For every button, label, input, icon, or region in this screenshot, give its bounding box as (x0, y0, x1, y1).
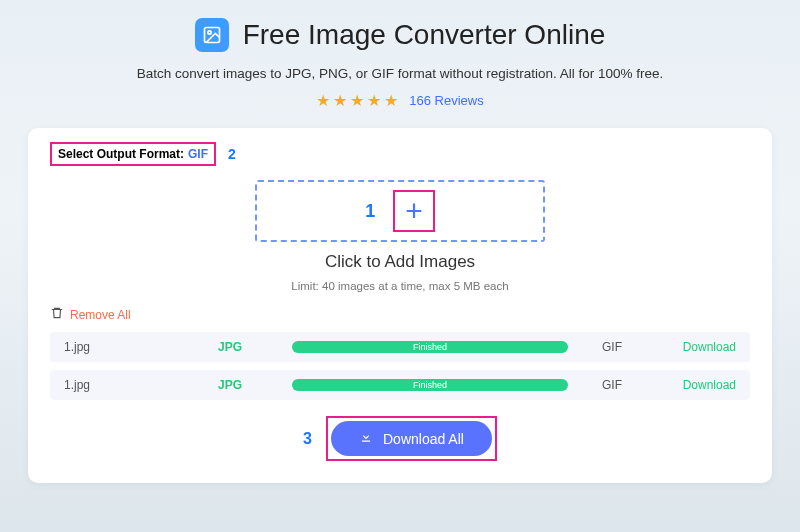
remove-all-label: Remove All (70, 308, 131, 322)
download-all-row: 3 Download All (50, 416, 750, 461)
progress-bar: Finished (292, 341, 568, 353)
progress-bar: Finished (292, 379, 568, 391)
step-badge-2: 2 (228, 146, 236, 162)
source-format: JPG (218, 340, 278, 354)
add-images-dropzone[interactable]: 1 + (255, 180, 545, 242)
title-row: Free Image Converter Online (195, 18, 606, 52)
target-format: GIF (582, 378, 642, 392)
add-images-button[interactable]: + (393, 190, 435, 232)
target-format: GIF (582, 340, 642, 354)
download-link[interactable]: Download (656, 340, 736, 354)
remove-all-button[interactable]: Remove All (50, 306, 131, 323)
output-format-value: GIF (188, 147, 208, 161)
star-icon: ★ (384, 91, 398, 110)
download-all-highlight: Download All (326, 416, 497, 461)
converter-panel: Select Output Format: GIF 2 1 + Click to… (28, 128, 772, 483)
download-icon (359, 430, 373, 447)
add-images-title: Click to Add Images (50, 252, 750, 272)
file-name: 1.jpg (64, 378, 204, 392)
page-title: Free Image Converter Online (243, 19, 606, 51)
output-format-select[interactable]: Select Output Format: GIF (50, 142, 216, 166)
limit-text: Limit: 40 images at a time, max 5 MB eac… (50, 280, 750, 292)
step-badge-1: 1 (365, 201, 375, 222)
reviews-link[interactable]: 166 Reviews (409, 93, 483, 108)
plus-icon: + (405, 196, 423, 226)
svg-point-1 (208, 31, 211, 34)
step-badge-3: 3 (303, 430, 312, 448)
star-icon: ★ (316, 91, 330, 110)
output-format-row: Select Output Format: GIF 2 (50, 142, 750, 166)
star-icon: ★ (350, 91, 364, 110)
download-all-label: Download All (383, 431, 464, 447)
page-subtitle: Batch convert images to JPG, PNG, or GIF… (0, 66, 800, 81)
app-logo-icon (195, 18, 229, 52)
file-name: 1.jpg (64, 340, 204, 354)
source-format: JPG (218, 378, 278, 392)
page-header: Free Image Converter Online Batch conver… (0, 0, 800, 110)
star-icon: ★ (333, 91, 347, 110)
download-link[interactable]: Download (656, 378, 736, 392)
reviews-row[interactable]: ★ ★ ★ ★ ★ 166 Reviews (316, 91, 483, 110)
trash-icon (50, 306, 64, 323)
download-all-button[interactable]: Download All (331, 421, 492, 456)
file-row: 1.jpgJPGFinishedGIFDownload (50, 370, 750, 400)
file-row: 1.jpgJPGFinishedGIFDownload (50, 332, 750, 362)
output-format-label: Select Output Format: (58, 147, 184, 161)
file-list: 1.jpgJPGFinishedGIFDownload1.jpgJPGFinis… (50, 332, 750, 400)
star-icon: ★ (367, 91, 381, 110)
